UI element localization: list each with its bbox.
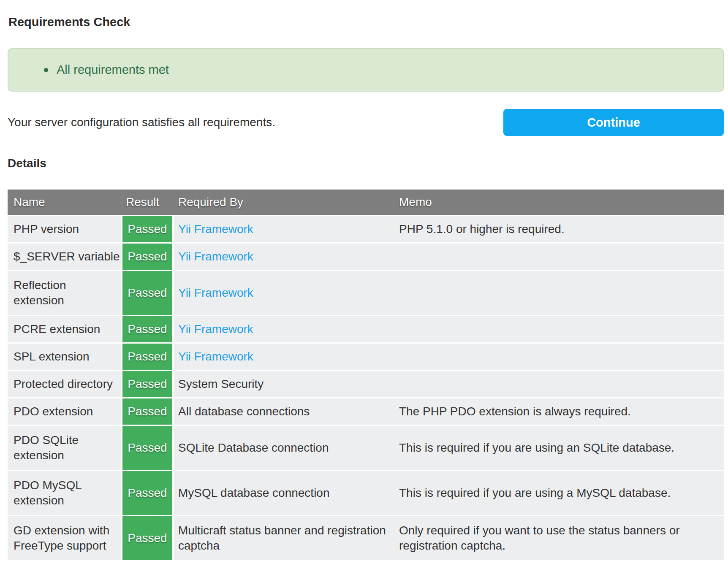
memo-cell: This is required if you are using a MySQ…	[394, 471, 724, 515]
memo-cell: Only required if you want to use the sta…	[394, 516, 724, 560]
result-badge: Passed	[121, 244, 174, 270]
required-by-cell: MySQL database connection	[174, 471, 394, 515]
requirements-table: Name Result Required By Memo PHP version…	[8, 190, 724, 560]
column-header-result: Result	[121, 190, 174, 215]
result-badge: Passed	[121, 398, 174, 425]
table-row: PDO SQLite extensionPassedSQLite Databas…	[8, 426, 724, 470]
memo-cell	[394, 271, 724, 315]
page-title: Requirements Check	[8, 15, 724, 29]
result-badge: Passed	[121, 344, 174, 370]
required-by-cell: Yii Framework	[174, 244, 394, 270]
required-by-cell: Yii Framework	[174, 216, 394, 242]
table-header-row: Name Result Required By Memo	[8, 190, 724, 215]
table-row: PCRE extensionPassedYii Framework	[8, 316, 724, 342]
bullet-icon	[44, 68, 48, 72]
required-by-cell: Multicraft status banner and registratio…	[174, 516, 394, 560]
requirement-name: Reflection extension	[8, 271, 121, 315]
table-row: GD extension with FreeType supportPassed…	[8, 516, 724, 560]
table-row: $_SERVER variablePassedYii Framework	[8, 244, 724, 270]
requirement-name: PDO extension	[8, 398, 121, 425]
required-by-link[interactable]: Yii Framework	[178, 349, 253, 364]
requirement-name: Protected directory	[8, 371, 121, 397]
required-by-cell: System Security	[174, 371, 394, 397]
memo-cell: PHP 5.1.0 or higher is required.	[394, 216, 724, 242]
result-badge: Passed	[121, 516, 174, 560]
result-badge: Passed	[121, 371, 174, 397]
required-by-link[interactable]: Yii Framework	[178, 222, 253, 237]
table-row: PHP versionPassedYii FrameworkPHP 5.1.0 …	[8, 216, 724, 242]
alert-message: All requirements met	[57, 63, 169, 77]
page-container: Requirements Check All requirements met …	[8, 15, 724, 560]
memo-cell	[394, 371, 724, 397]
required-by-link[interactable]: Yii Framework	[178, 249, 253, 264]
requirement-name: PHP version	[8, 216, 121, 242]
required-by-cell: Yii Framework	[174, 344, 394, 370]
table-row: Reflection extensionPassedYii Framework	[8, 271, 724, 315]
result-badge: Passed	[121, 316, 174, 342]
summary-text: Your server configuration satisfies all …	[8, 116, 503, 129]
required-by-cell: SQLite Database connection	[174, 426, 394, 470]
column-header-name: Name	[8, 190, 121, 215]
details-heading: Details	[8, 157, 724, 170]
required-by-cell: All database connections	[174, 398, 394, 425]
requirement-name: SPL extension	[8, 344, 121, 370]
required-by-link[interactable]: Yii Framework	[178, 322, 253, 337]
column-header-required-by: Required By	[174, 190, 394, 215]
required-by-cell: Yii Framework	[174, 316, 394, 342]
memo-cell: The PHP PDO extension is always required…	[394, 398, 724, 425]
requirement-name: GD extension with FreeType support	[8, 516, 121, 560]
success-alert: All requirements met	[8, 48, 724, 92]
required-by-cell: Yii Framework	[174, 271, 394, 315]
requirement-name: PDO SQLite extension	[8, 426, 121, 470]
requirement-name: $_SERVER variable	[8, 244, 121, 270]
requirement-name: PDO MySQL extension	[8, 471, 121, 515]
table-row: SPL extensionPassedYii Framework	[8, 344, 724, 370]
memo-cell: This is required if you are using an SQL…	[394, 426, 724, 470]
result-badge: Passed	[121, 216, 174, 242]
table-body: PHP versionPassedYii FrameworkPHP 5.1.0 …	[8, 216, 724, 560]
memo-cell	[394, 316, 724, 342]
table-row: Protected directoryPassedSystem Security	[8, 371, 724, 397]
action-row: Your server configuration satisfies all …	[8, 109, 724, 136]
table-row: PDO extensionPassedAll database connecti…	[8, 398, 724, 425]
required-by-link[interactable]: Yii Framework	[178, 285, 253, 301]
column-header-memo: Memo	[394, 190, 724, 215]
table-row: PDO MySQL extensionPassedMySQL database …	[8, 471, 724, 515]
result-badge: Passed	[121, 426, 174, 470]
memo-cell	[394, 344, 724, 370]
memo-cell	[394, 244, 724, 270]
result-badge: Passed	[121, 471, 174, 515]
continue-button[interactable]: Continue	[503, 109, 724, 136]
result-badge: Passed	[121, 271, 174, 315]
requirement-name: PCRE extension	[8, 316, 121, 342]
